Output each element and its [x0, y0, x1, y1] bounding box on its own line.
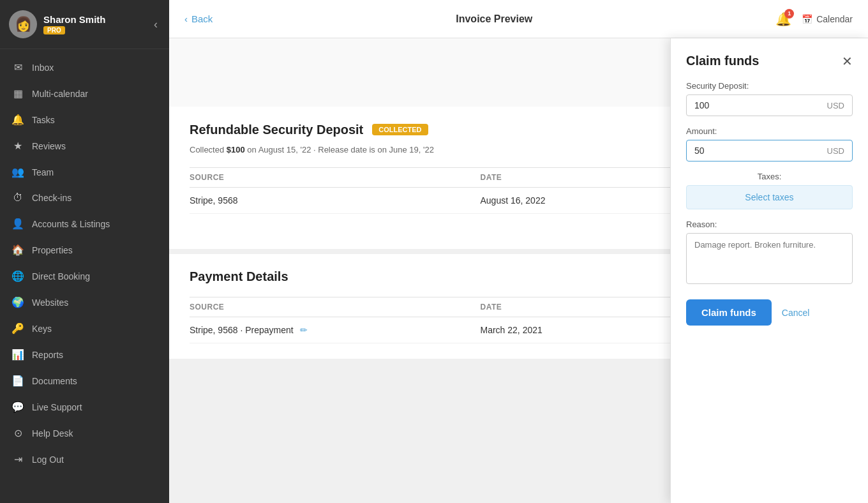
keys-icon: 🔑 — [11, 322, 24, 334]
notifications-button[interactable]: 🔔 1 — [775, 11, 791, 27]
user-info: Sharon Smith PRO — [43, 14, 106, 34]
pro-badge: PRO — [43, 26, 65, 34]
properties-icon: 🏠 — [11, 244, 24, 256]
security-deposit-input-wrapper: USD — [686, 94, 853, 116]
sidebar-item-properties[interactable]: 🏠 Properties — [0, 237, 169, 263]
reason-group: Reason: — [686, 220, 853, 287]
live-support-icon: 💬 — [11, 401, 24, 413]
topbar: ‹ Back Invoice Preview 🔔 1 📅 Calendar — [169, 0, 868, 38]
amount-group: Amount: USD — [686, 126, 853, 161]
sidebar-item-reports[interactable]: 📊 Reports — [0, 342, 169, 368]
claim-funds-panel: Claim funds ✕ Security Deposit: USD Amou… — [670, 38, 868, 503]
taxes-label: Taxes: — [686, 172, 853, 181]
sidebar-item-help-desk[interactable]: ⊙ Help Desk — [0, 420, 169, 446]
accounts-listings-icon: 👤 — [11, 218, 24, 230]
security-deposit-group: Security Deposit: USD — [686, 81, 853, 116]
notification-badge: 1 — [784, 9, 794, 19]
sidebar-item-label-accounts-listings: Accounts & Listings — [32, 219, 110, 229]
sidebar-item-label-inbox: Inbox — [32, 63, 54, 73]
payment-source: Stripe, 9568 · Prepayment ✏ — [190, 325, 481, 335]
collapse-sidebar-button[interactable]: ‹ — [151, 15, 160, 34]
sidebar-item-label-reports: Reports — [32, 350, 63, 360]
sidebar-item-documents[interactable]: 📄 Documents — [0, 368, 169, 394]
sidebar-item-team[interactable]: 👥 Team — [0, 159, 169, 185]
claim-actions: Claim funds Cancel — [686, 299, 853, 326]
sidebar-item-log-out[interactable]: ⇥ Log Out — [0, 446, 169, 472]
team-icon: 👥 — [11, 166, 24, 178]
websites-icon: 🌍 — [11, 296, 24, 308]
sidebar-item-label-team: Team — [32, 167, 54, 177]
sidebar-item-tasks[interactable]: 🔔 Tasks — [0, 107, 169, 133]
sidebar-item-label-live-support: Live Support — [32, 402, 82, 412]
sidebar-item-keys[interactable]: 🔑 Keys — [0, 315, 169, 342]
documents-icon: 📄 — [11, 375, 24, 387]
payment-source-text: Stripe, 9568 · Prepayment — [190, 325, 294, 335]
sidebar-item-label-reviews: Reviews — [32, 141, 66, 151]
back-label: Back — [191, 13, 213, 24]
deposit-source: Stripe, 9568 — [190, 195, 481, 206]
check-ins-icon: ⏱ — [11, 192, 24, 204]
edit-icon[interactable]: ✏ — [300, 325, 308, 335]
sidebar: 👩 Sharon Smith PRO ‹ ✉ Inbox ▦ Multi-cal… — [0, 0, 169, 503]
amount-label: Amount: — [686, 126, 853, 136]
sidebar-item-check-ins[interactable]: ⏱ Check-ins — [0, 185, 169, 211]
amount-input-wrapper: USD — [686, 140, 853, 161]
amount-currency: USD — [827, 146, 844, 156]
collected-badge: COLLECTED — [372, 124, 428, 135]
user-name: Sharon Smith — [43, 14, 106, 25]
select-taxes-button[interactable]: Select taxes — [686, 185, 853, 209]
inbox-icon: ✉ — [11, 61, 24, 73]
back-chevron-icon: ‹ — [184, 13, 188, 24]
main-content: ‹ Back Invoice Preview 🔔 1 📅 Calendar Su… — [169, 0, 868, 503]
amount-input[interactable] — [694, 146, 827, 156]
topbar-actions: 🔔 1 📅 Calendar — [775, 11, 853, 27]
sidebar-item-direct-booking[interactable]: 🌐 Direct Booking — [0, 263, 169, 289]
reason-label: Reason: — [686, 220, 853, 229]
direct-booking-icon: 🌐 — [11, 270, 24, 282]
sidebar-item-label-direct-booking: Direct Booking — [32, 271, 90, 282]
claim-funds-button[interactable]: Claim funds — [686, 299, 772, 326]
tasks-icon: 🔔 — [11, 114, 24, 126]
reports-icon: 📊 — [11, 349, 24, 361]
sidebar-item-reviews[interactable]: ★ Reviews — [0, 133, 169, 159]
security-deposit-currency: USD — [827, 101, 844, 110]
sidebar-item-live-support[interactable]: 💬 Live Support — [0, 394, 169, 420]
sidebar-item-label-tasks: Tasks — [32, 115, 55, 125]
log-out-icon: ⇥ — [11, 453, 24, 465]
calendar-label: Calendar — [816, 14, 853, 24]
security-deposit-label: Security Deposit: — [686, 81, 853, 91]
source-header: SOURCE — [190, 173, 481, 182]
calendar-icon: 📅 — [802, 14, 812, 24]
security-deposit-input[interactable] — [694, 100, 827, 110]
payment-source-header: SOURCE — [190, 303, 481, 312]
avatar: 👩 — [9, 10, 37, 38]
help-desk-icon: ⊙ — [11, 427, 24, 439]
sidebar-item-label-websites: Websites — [32, 297, 68, 308]
cancel-claim-button[interactable]: Cancel — [782, 308, 810, 318]
sidebar-item-label-properties: Properties — [32, 245, 73, 255]
sidebar-item-websites[interactable]: 🌍 Websites — [0, 289, 169, 315]
sidebar-user: 👩 Sharon Smith PRO — [9, 10, 106, 38]
deposit-title: Refundable Security Deposit — [190, 123, 363, 137]
reviews-icon: ★ — [11, 140, 24, 152]
sidebar-item-label-documents: Documents — [32, 376, 77, 386]
sidebar-item-label-help-desk: Help Desk — [32, 428, 73, 439]
sidebar-item-label-log-out: Log Out — [32, 454, 64, 465]
sidebar-item-label-multi-calendar: Multi-calendar — [32, 89, 88, 99]
close-panel-button[interactable]: ✕ — [842, 55, 853, 68]
claim-panel-header: Claim funds ✕ — [686, 54, 853, 68]
sidebar-item-label-check-ins: Check-ins — [32, 193, 71, 203]
sidebar-header: 👩 Sharon Smith PRO ‹ — [0, 0, 169, 49]
claim-panel-title: Claim funds — [686, 54, 759, 68]
multi-calendar-icon: ▦ — [11, 87, 24, 100]
sidebar-item-label-keys: Keys — [32, 324, 52, 334]
page-title: Invoice Preview — [456, 13, 532, 25]
back-button[interactable]: ‹ Back — [184, 13, 213, 24]
sidebar-item-inbox[interactable]: ✉ Inbox — [0, 54, 169, 80]
reason-textarea[interactable] — [686, 233, 853, 284]
sidebar-item-accounts-listings[interactable]: 👤 Accounts & Listings — [0, 211, 169, 237]
taxes-group: Taxes: Select taxes — [686, 172, 853, 209]
sidebar-item-multi-calendar[interactable]: ▦ Multi-calendar — [0, 80, 169, 107]
calendar-button[interactable]: 📅 Calendar — [802, 14, 853, 24]
sidebar-nav: ✉ Inbox ▦ Multi-calendar 🔔 Tasks ★ Revie… — [0, 49, 169, 503]
